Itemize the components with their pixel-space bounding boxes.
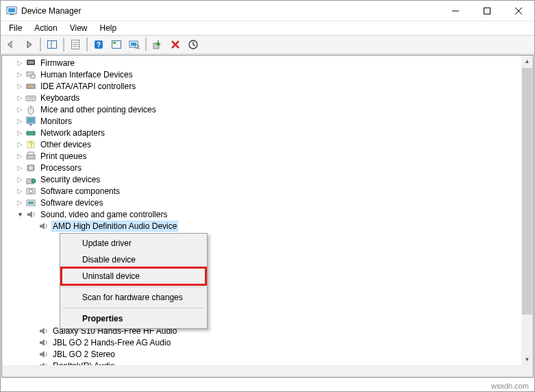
menu-view[interactable]: View [64, 22, 93, 34]
window-title: Device Manager [21, 6, 81, 16]
svg-rect-39 [29, 124, 32, 125]
tree-item-amd-audio[interactable]: AMD High Definition Audio Device [2, 220, 521, 232]
svg-rect-26 [28, 61, 34, 64]
menu-action[interactable]: Action [29, 22, 62, 34]
ctx-separator [63, 286, 204, 287]
separator [40, 38, 41, 51]
tree-item-network[interactable]: ▷Network adapters [2, 127, 521, 138]
toolbar: ? [1, 35, 534, 54]
tree-item-jbl-stereo[interactable]: JBL GO 2 Stereo [2, 348, 521, 360]
printer-icon [25, 151, 36, 162]
speaker-icon [38, 360, 49, 366]
tree-item-jbl-ag[interactable]: JBL GO 2 Hands-Free AG Audio [2, 336, 521, 348]
svg-rect-46 [28, 152, 34, 155]
titlebar: Device Manager [1, 1, 534, 21]
tree-item-software-devices[interactable]: ▷Software devices [2, 197, 521, 208]
svg-rect-1 [8, 8, 15, 12]
scan-hardware-button[interactable] [126, 36, 142, 53]
svg-rect-40 [27, 132, 35, 135]
scroll-corner [521, 365, 533, 377]
security-icon [25, 174, 36, 185]
maximize-button[interactable] [471, 1, 503, 21]
keyboard-icon [25, 93, 36, 103]
tree-item-sound[interactable]: ▾Sound, video and game controllers [2, 208, 521, 220]
enable-button[interactable] [149, 36, 166, 53]
speaker-icon [38, 349, 49, 360]
scroll-down-icon[interactable]: ▼ [521, 354, 533, 365]
horizontal-scrollbar[interactable] [2, 365, 521, 377]
mouse-icon [25, 104, 36, 115]
separator [86, 38, 88, 51]
back-button[interactable] [3, 36, 19, 53]
svg-text:?: ? [29, 141, 33, 149]
software-dev-icon [25, 197, 36, 208]
tree-item-hid[interactable]: ▷Human Interface Devices [2, 69, 521, 80]
svg-rect-7 [48, 41, 57, 49]
tree-item-realtek[interactable]: Realtek(R) Audio [2, 360, 521, 365]
selected-device-label: AMD High Definition Audio Device [51, 221, 178, 232]
disable-button[interactable] [185, 36, 201, 53]
network-icon [25, 127, 36, 138]
speaker-icon [38, 326, 49, 336]
properties-button[interactable] [67, 36, 84, 53]
ctx-uninstall-device[interactable]: Uninstall device [62, 268, 206, 284]
cpu-icon [25, 162, 36, 173]
ctx-properties[interactable]: Properties [62, 310, 206, 327]
svg-point-30 [28, 86, 29, 87]
svg-rect-47 [28, 165, 34, 171]
tree-panel: ▷Firmware ▷Human Interface Devices ▷IDE … [1, 55, 534, 378]
watermark: wsxdn.com [491, 382, 529, 390]
firmware-icon [25, 58, 36, 69]
forward-button[interactable] [21, 36, 37, 53]
other-icon: ? [25, 139, 36, 150]
minimize-button[interactable] [440, 1, 471, 21]
help-button[interactable]: ? [90, 36, 107, 53]
menu-file[interactable]: File [3, 22, 27, 34]
ctx-disable-device[interactable]: Disable device [62, 252, 206, 268]
svg-rect-16 [113, 42, 116, 44]
tree-item-software-components[interactable]: ▷Software components [2, 185, 521, 197]
tree-item-other[interactable]: ▷?Other devices [2, 138, 521, 150]
tree-item-mice[interactable]: ▷Mice and other pointing devices [2, 103, 521, 115]
ide-icon [25, 81, 36, 92]
svg-rect-57 [28, 201, 34, 204]
show-hide-console-button[interactable] [44, 36, 60, 53]
software-comp-icon [25, 186, 36, 197]
scroll-thumb[interactable] [522, 68, 532, 315]
vertical-scrollbar[interactable]: ▲ ▼ [521, 56, 533, 365]
context-menu: Update driver Disable device Uninstall d… [60, 233, 208, 329]
tree-item-ide[interactable]: ▷IDE ATA/ATAPI controllers [2, 80, 521, 92]
tree-item-keyboards[interactable]: ▷Keyboards [2, 92, 521, 103]
speaker-icon [25, 209, 36, 220]
close-button[interactable] [503, 1, 534, 21]
hid-icon [25, 69, 36, 80]
svg-rect-4 [484, 8, 490, 14]
ctx-update-driver[interactable]: Update driver [62, 235, 206, 252]
ctx-scan-hardware[interactable]: Scan for hardware changes [62, 289, 206, 306]
tree-item-firmware[interactable]: ▷Firmware [2, 57, 521, 69]
separator [145, 38, 147, 51]
app-icon [6, 5, 17, 16]
uninstall-button[interactable] [167, 36, 184, 53]
tree-item-print[interactable]: ▷Print queues [2, 150, 521, 162]
speaker-icon [38, 221, 49, 232]
monitor-icon [25, 116, 36, 127]
svg-line-20 [138, 48, 140, 49]
svg-rect-2 [10, 14, 14, 15]
svg-point-53 [32, 179, 36, 183]
ctx-separator [63, 308, 204, 308]
menu-help[interactable]: Help [95, 22, 123, 34]
svg-rect-38 [27, 118, 34, 123]
speaker-icon [38, 337, 49, 348]
svg-rect-28 [31, 75, 35, 78]
scroll-up-icon[interactable]: ▲ [521, 56, 533, 67]
svg-text:?: ? [97, 41, 101, 49]
update-driver-button[interactable] [108, 36, 125, 53]
tree-item-monitors[interactable]: ▷Monitors [2, 115, 521, 127]
svg-point-31 [30, 86, 32, 87]
tree-item-security[interactable]: ▷Security devices [2, 173, 521, 185]
svg-rect-45 [27, 155, 35, 159]
menubar: File Action View Help [1, 21, 534, 35]
tree-item-processors[interactable]: ▷Processors [2, 162, 521, 173]
separator [63, 38, 64, 51]
